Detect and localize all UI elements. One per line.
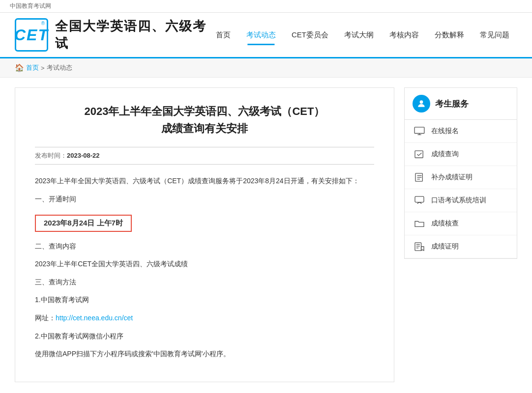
publish-time: 发布时间：2023-08-22 bbox=[35, 147, 374, 165]
main-layout: 2023年上半年全国大学英语四、六级考试（CET） 成绩查询有关安排 发布时间：… bbox=[0, 78, 532, 392]
section1-title: 一、开通时间 bbox=[35, 193, 374, 206]
breadcrumb: 🏠 首页 > 考试动态 bbox=[0, 58, 532, 78]
breadcrumb-separator: > bbox=[41, 64, 45, 72]
site-title: 全国大学英语四、六级考试 bbox=[55, 18, 208, 52]
svg-point-0 bbox=[420, 100, 423, 104]
article-title-line2: 成绩查询有关安排 bbox=[161, 122, 248, 135]
breadcrumb-home[interactable]: 首页 bbox=[26, 63, 39, 72]
book2-icon bbox=[413, 241, 426, 252]
article-title: 2023年上半年全国大学英语四、六级考试（CET） 成绩查询有关安排 bbox=[35, 103, 374, 137]
nav-home[interactable]: 首页 bbox=[208, 27, 238, 44]
sidebar-score-check-label: 成绩核查 bbox=[431, 219, 459, 228]
check-icon bbox=[413, 149, 426, 160]
method1-url-link[interactable]: http://cet.neea.edu.cn/cet bbox=[56, 314, 133, 322]
sidebar-user-icon bbox=[413, 95, 430, 112]
article-title-line1: 2023年上半年全国大学英语四、六级考试（CET） bbox=[85, 105, 325, 117]
nav-content[interactable]: 考核内容 bbox=[382, 27, 427, 44]
sidebar-item-oral-training[interactable]: 口语考试系统培训 bbox=[405, 189, 517, 212]
sidebar: 考生服务 在线报名 bbox=[404, 87, 517, 382]
method1-url-label: 网址： bbox=[35, 314, 56, 322]
method1-url-line: 网址：http://cet.neea.edu.cn/cet bbox=[35, 311, 374, 325]
sidebar-score-cert-label: 成绩证明 bbox=[431, 242, 459, 251]
publish-date: 2023-08-22 bbox=[67, 152, 100, 159]
nav-exam-news[interactable]: 考试动态 bbox=[238, 27, 284, 44]
nav-committee[interactable]: CET委员会 bbox=[284, 27, 336, 44]
svg-rect-4 bbox=[415, 151, 423, 158]
publish-label: 发布时间： bbox=[35, 152, 67, 159]
sidebar-item-reissue[interactable]: 补办成绩证明 bbox=[405, 166, 517, 189]
breadcrumb-current: 考试动态 bbox=[47, 63, 72, 72]
section3-title: 三、查询方法 bbox=[35, 276, 374, 289]
query-content: 2023年上半年CET全国大学英语四、六级考试成绩 bbox=[35, 257, 374, 271]
sidebar-reissue-label: 补办成绩证明 bbox=[431, 173, 473, 182]
section2-title: 二、查询内容 bbox=[35, 240, 374, 253]
home-icon: 🏠 bbox=[15, 63, 24, 72]
method1-title: 1.中国教育考试网 bbox=[35, 293, 374, 307]
sidebar-item-score-check[interactable]: 成绩核查 bbox=[405, 212, 517, 235]
svg-rect-10 bbox=[415, 243, 421, 251]
sidebar-score-query-label: 成绩查询 bbox=[431, 150, 459, 159]
article-intro: 2023年上半年全国大学英语四、六级考试（CET）成绩查询服务将于2023年8月… bbox=[35, 174, 374, 188]
sidebar-register-label: 在线报名 bbox=[431, 127, 459, 136]
nav-faq[interactable]: 常见问题 bbox=[472, 27, 517, 44]
main-nav: 首页 考试动态 CET委员会 考试大纲 考核内容 分数解释 常见问题 bbox=[208, 27, 517, 44]
sidebar-item-register[interactable]: 在线报名 bbox=[405, 120, 517, 143]
sidebar-title: 考生服务 bbox=[435, 98, 469, 110]
sidebar-item-score-cert[interactable]: 成绩证明 bbox=[405, 235, 517, 258]
method2-title: 2.中国教育考试网微信小程序 bbox=[35, 330, 374, 343]
svg-rect-1 bbox=[414, 127, 424, 134]
speech-icon bbox=[413, 195, 426, 206]
sidebar-oral-label: 口语考试系统培训 bbox=[431, 196, 486, 205]
top-bar: 中国教育考试网 bbox=[0, 0, 532, 13]
header: CET 全国大学英语四、六级考试 首页 考试动态 CET委员会 考试大纲 考核内… bbox=[0, 13, 532, 58]
nav-syllabus[interactable]: 考试大纲 bbox=[336, 27, 382, 44]
sidebar-item-score-query[interactable]: 成绩查询 bbox=[405, 143, 517, 166]
article-content: 2023年上半年全国大学英语四、六级考试（CET） 成绩查询有关安排 发布时间：… bbox=[15, 87, 394, 382]
monitor-icon bbox=[413, 126, 426, 137]
sidebar-card: 考生服务 在线报名 bbox=[404, 87, 517, 259]
book-icon bbox=[413, 172, 426, 183]
svg-rect-9 bbox=[415, 196, 424, 202]
logo-text: CET bbox=[14, 26, 49, 44]
logo-box: CET bbox=[15, 18, 48, 52]
logo-area: CET 全国大学英语四、六级考试 bbox=[15, 18, 208, 52]
nav-score[interactable]: 分数解释 bbox=[427, 27, 472, 44]
highlight-time: 2023年8月24日 上午7时 bbox=[35, 215, 132, 232]
sidebar-header: 考生服务 bbox=[405, 88, 517, 120]
top-bar-label: 中国教育考试网 bbox=[10, 2, 51, 9]
method2-desc: 使用微信APP扫描下方小程序码或搜索'中国教育考试网'小程序。 bbox=[35, 347, 374, 361]
folder-icon bbox=[413, 218, 426, 229]
